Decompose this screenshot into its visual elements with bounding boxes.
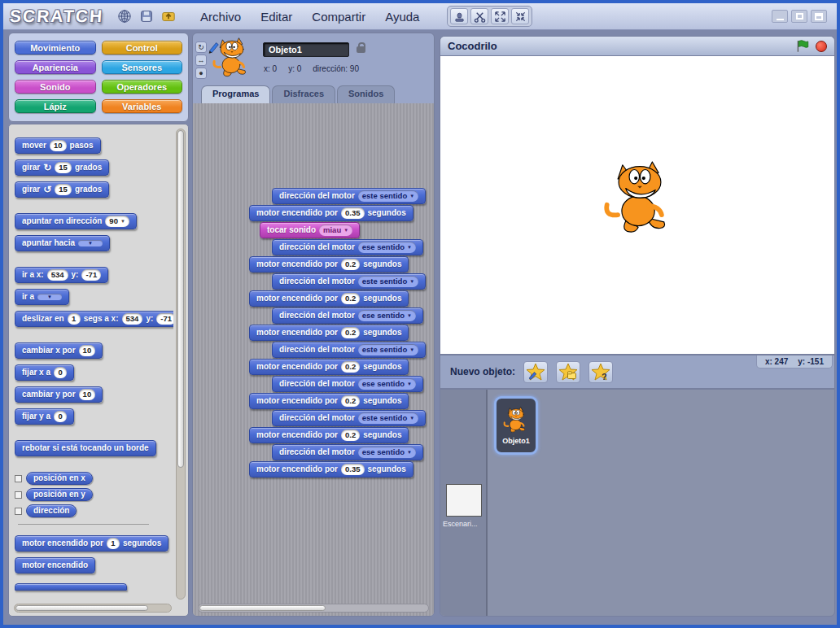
block-number-input[interactable]: 0.2 [341, 259, 360, 270]
palette-block-partial[interactable] [15, 583, 127, 591]
palette-vertical-scrollbar[interactable] [176, 129, 186, 600]
tab-sonidos[interactable]: Sonidos [337, 85, 395, 103]
flip-left-right-icon[interactable]: ↔ [195, 55, 207, 66]
palette-block[interactable]: apuntar hacia▼ [15, 235, 110, 251]
category-apariencia[interactable]: Apariencia [15, 60, 96, 74]
menu-editar[interactable]: Editar [251, 7, 302, 27]
block-number-input[interactable]: 0.35 [341, 464, 365, 475]
script-block[interactable]: dirección del motoreste sentido▼ [272, 410, 426, 426]
script-block[interactable]: dirección del motorese sentido▼ [272, 376, 423, 392]
green-flag-button[interactable] [795, 39, 809, 53]
script-area[interactable]: dirección del motoreste sentido▼motor en… [193, 103, 434, 616]
block-dropdown[interactable]: ▼ [78, 240, 103, 246]
sprite-name-input[interactable] [263, 42, 349, 57]
rotate-freely-icon[interactable]: ↻ [195, 41, 207, 53]
category-lapiz[interactable]: Lápiz [15, 99, 96, 113]
category-variables[interactable]: Variables [102, 99, 183, 113]
block-number-input[interactable]: 15 [55, 184, 72, 195]
block-number-input[interactable]: -71 [156, 313, 173, 325]
script-block[interactable]: dirección del motorese sentido▼ [272, 444, 423, 460]
block-dropdown[interactable]: ese sentido▼ [358, 378, 416, 390]
script-block[interactable]: dirección del motorese sentido▼ [272, 307, 423, 324]
watcher-checkbox[interactable] [15, 475, 22, 482]
block-number-input[interactable]: 1 [107, 538, 120, 549]
share-icon[interactable] [159, 7, 178, 25]
no-rotate-icon[interactable]: ● [195, 68, 207, 79]
close-button[interactable] [811, 10, 827, 23]
open-sprite-button[interactable] [556, 361, 580, 383]
sprite-thumbnail-objeto1[interactable]: Objeto1 [494, 396, 538, 455]
block-dropdown[interactable]: este sentido▼ [358, 276, 418, 287]
palette-block[interactable]: fijar x a0 [15, 364, 74, 381]
lock-icon[interactable] [357, 46, 365, 53]
tab-disfraces[interactable]: Disfraces [272, 85, 335, 103]
block-number-input[interactable]: 0.2 [341, 293, 360, 304]
block-number-input[interactable]: -71 [81, 269, 101, 281]
scissors-icon[interactable] [470, 8, 488, 24]
script-block[interactable]: motor encendido por0.35segundos [249, 461, 413, 478]
palette-block[interactable]: rebotar si está tocando un borde [15, 440, 156, 456]
block-number-input[interactable]: 1 [68, 313, 81, 325]
block-number-input[interactable]: 534 [47, 269, 68, 281]
script-block[interactable]: dirección del motoreste sentido▼ [272, 342, 426, 358]
category-sensores[interactable]: Sensores [102, 60, 183, 74]
script-block[interactable]: motor encendido por0.2segundos [249, 256, 409, 273]
script-block[interactable]: dirección del motoreste sentido▼ [272, 273, 426, 290]
block-number-input[interactable]: 0.2 [341, 361, 360, 373]
script-block[interactable]: motor encendido por0.2segundos [249, 325, 409, 341]
stage-sprite-cat[interactable] [601, 160, 679, 238]
block-dropdown[interactable]: ese sentido▼ [358, 447, 416, 458]
save-icon[interactable] [137, 7, 156, 25]
palette-block[interactable]: cambiar y por10 [15, 386, 103, 403]
script-block[interactable]: motor encendido por0.2segundos [249, 427, 409, 443]
block-number-input[interactable]: 10 [79, 345, 96, 356]
palette-horizontal-scroll-thumb[interactable] [15, 605, 148, 611]
block-number-input[interactable]: 10 [79, 389, 96, 400]
palette-block[interactable]: motor encendido por1segundos [15, 535, 168, 552]
palette-block[interactable]: girar↻15grados [15, 159, 109, 176]
surprise-sprite-button[interactable]: ? [588, 361, 613, 383]
palette-block[interactable]: posición en y [26, 488, 93, 501]
block-dropdown[interactable]: miau▼ [319, 225, 352, 236]
menu-archivo[interactable]: Archivo [190, 7, 251, 27]
block-number-input[interactable]: 0.2 [341, 395, 360, 407]
palette-block[interactable]: mover10pasos [15, 137, 101, 154]
minimize-button[interactable] [772, 10, 788, 23]
palette-block[interactable]: cambiar x por10 [15, 342, 103, 359]
block-number-input[interactable]: 534 [122, 313, 143, 325]
category-sonido[interactable]: Sonido [15, 80, 96, 94]
block-dropdown[interactable]: ese sentido▼ [358, 310, 416, 321]
restore-button[interactable] [791, 10, 807, 23]
script-block[interactable]: motor encendido por0.2segundos [249, 290, 409, 307]
block-dropdown[interactable]: este sentido▼ [358, 412, 418, 424]
watcher-checkbox[interactable] [15, 491, 22, 499]
block-number-input[interactable]: 0.2 [341, 327, 360, 338]
stop-button[interactable] [816, 41, 827, 52]
category-movimiento[interactable]: Movimiento [15, 41, 96, 55]
block-number-input[interactable]: 15 [55, 162, 72, 173]
block-dropdown[interactable]: este sentido▼ [358, 190, 418, 202]
language-globe-icon[interactable] [115, 7, 134, 25]
palette-vertical-scroll-thumb[interactable] [177, 130, 184, 468]
palette-block[interactable]: motor encendido [15, 557, 95, 573]
category-control[interactable]: Control [102, 41, 183, 55]
menu-ayuda[interactable]: Ayuda [375, 7, 429, 27]
stage-thumbnail[interactable] [446, 484, 482, 517]
category-operadores[interactable]: Operadores [102, 80, 183, 94]
block-number-input[interactable]: 0.35 [341, 207, 365, 219]
script-horizontal-scroll-thumb[interactable] [199, 605, 326, 611]
palette-block[interactable]: dirección [26, 504, 77, 517]
stage[interactable] [440, 55, 835, 355]
tab-programas[interactable]: Programas [201, 85, 270, 103]
duplicate-stamp-icon[interactable] [450, 8, 468, 24]
palette-block[interactable]: deslizar en1segs a x:534y:-71 [15, 311, 173, 327]
block-number-input[interactable]: 0 [54, 367, 67, 378]
block-dropdown[interactable]: este sentido▼ [358, 344, 418, 355]
menu-compartir[interactable]: Compartir [302, 7, 375, 27]
palette-horizontal-scrollbar[interactable] [14, 604, 172, 613]
block-number-input[interactable]: 0 [54, 411, 67, 422]
script-block[interactable]: dirección del motorese sentido▼ [272, 239, 423, 255]
script-horizontal-scrollbar[interactable] [198, 604, 429, 613]
script-block[interactable]: motor encendido por0.2segundos [249, 359, 409, 375]
block-dropdown[interactable]: ▼ [37, 294, 62, 300]
